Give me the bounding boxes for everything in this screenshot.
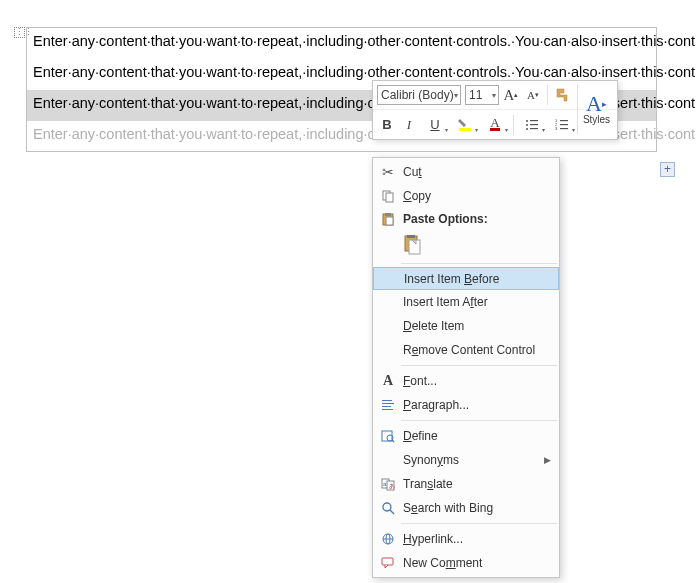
paste-icon xyxy=(377,212,399,226)
menu-copy[interactable]: Copy xyxy=(373,184,559,208)
add-item-button[interactable]: + xyxy=(660,162,675,177)
svg-rect-16 xyxy=(385,213,391,216)
numbering-button[interactable]: 123▾ xyxy=(548,115,576,135)
menu-delete-item[interactable]: Delete Item xyxy=(373,314,559,338)
svg-rect-24 xyxy=(382,409,393,410)
svg-rect-10 xyxy=(560,124,568,125)
copy-icon xyxy=(377,189,399,203)
styles-icon: A▸ xyxy=(586,94,607,114)
svg-rect-14 xyxy=(386,193,393,202)
font-name-value: Calibri (Body) xyxy=(381,88,454,102)
menu-search-bing[interactable]: Search with Bing xyxy=(373,496,559,520)
menu-paste-options-header: Paste Options: xyxy=(373,208,559,230)
styles-label: Styles xyxy=(583,114,610,125)
menu-separator xyxy=(401,263,557,264)
comment-icon xyxy=(377,556,399,570)
chevron-down-icon: ▾ xyxy=(454,91,458,100)
menu-synonyms[interactable]: Synonyms ▶ xyxy=(373,448,559,472)
table-row[interactable]: Enter·any·content·that·you·want·to·repea… xyxy=(27,28,656,59)
menu-cut[interactable]: ✂ Cut xyxy=(373,160,559,184)
font-color-button[interactable]: A▾ xyxy=(481,115,509,135)
svg-rect-2 xyxy=(530,120,538,121)
svg-rect-17 xyxy=(386,217,393,225)
define-icon xyxy=(377,429,399,443)
svg-rect-8 xyxy=(560,120,568,121)
svg-rect-6 xyxy=(530,128,538,129)
svg-rect-22 xyxy=(382,403,394,404)
underline-button[interactable]: U▾ xyxy=(421,115,449,135)
svg-rect-12 xyxy=(560,128,568,129)
grow-font-button[interactable]: A▴ xyxy=(501,85,521,105)
mini-toolbar: Calibri (Body) ▾ 11 ▾ A▴ A▾ B I U▾ ▾ A▾ … xyxy=(372,80,618,140)
content-control-handle[interactable]: ⋮⋮ xyxy=(14,27,25,38)
menu-paragraph[interactable]: Paragraph... xyxy=(373,393,559,417)
font-name-combo[interactable]: Calibri (Body) ▾ xyxy=(377,85,461,105)
shrink-font-button[interactable]: A▾ xyxy=(523,85,543,105)
svg-text:3: 3 xyxy=(555,126,558,131)
svg-line-33 xyxy=(390,510,394,514)
menu-new-comment[interactable]: New Comment xyxy=(373,551,559,575)
styles-button[interactable]: A▸ Styles xyxy=(577,84,615,134)
format-painter-button[interactable] xyxy=(552,85,572,105)
italic-button[interactable]: I xyxy=(399,115,419,135)
font-icon: A xyxy=(377,373,399,389)
bullets-button[interactable]: ▾ xyxy=(518,115,546,135)
translate-icon: aあ xyxy=(377,477,399,491)
svg-line-27 xyxy=(392,440,394,442)
separator xyxy=(547,85,548,105)
menu-remove-content-control[interactable]: Remove Content Control xyxy=(373,338,559,362)
bold-button[interactable]: B xyxy=(377,115,397,135)
menu-separator xyxy=(401,365,557,366)
chevron-down-icon: ▾ xyxy=(492,91,496,100)
paste-options-row xyxy=(373,230,559,260)
paragraph-icon xyxy=(377,398,399,412)
chevron-right-icon: ▶ xyxy=(544,455,551,465)
svg-point-1 xyxy=(526,120,528,122)
svg-rect-19 xyxy=(407,235,415,238)
menu-separator xyxy=(401,523,557,524)
menu-insert-before[interactable]: Insert Item Before xyxy=(373,267,559,290)
search-icon xyxy=(377,501,399,515)
font-size-value: 11 xyxy=(469,88,482,102)
svg-rect-37 xyxy=(382,558,393,565)
menu-translate[interactable]: aあ Translate xyxy=(373,472,559,496)
separator xyxy=(513,115,514,135)
menu-font[interactable]: A Font... xyxy=(373,369,559,393)
svg-rect-4 xyxy=(530,124,538,125)
svg-text:あ: あ xyxy=(389,483,395,490)
svg-rect-21 xyxy=(382,400,392,401)
svg-rect-23 xyxy=(382,406,391,407)
svg-rect-0 xyxy=(459,128,471,131)
menu-hyperlink[interactable]: Hyperlink... xyxy=(373,527,559,551)
svg-point-32 xyxy=(383,503,391,511)
context-menu: ✂ Cut Copy Paste Options: Insert Item Be… xyxy=(372,157,560,578)
highlight-button[interactable]: ▾ xyxy=(451,115,479,135)
menu-define[interactable]: Define xyxy=(373,424,559,448)
font-size-combo[interactable]: 11 ▾ xyxy=(465,85,499,105)
cut-icon: ✂ xyxy=(377,164,399,180)
svg-point-5 xyxy=(526,128,528,130)
menu-insert-after[interactable]: Insert Item After xyxy=(373,290,559,314)
hyperlink-icon xyxy=(377,532,399,546)
paste-keep-source-button[interactable] xyxy=(401,233,425,257)
menu-separator xyxy=(401,420,557,421)
svg-point-3 xyxy=(526,124,528,126)
